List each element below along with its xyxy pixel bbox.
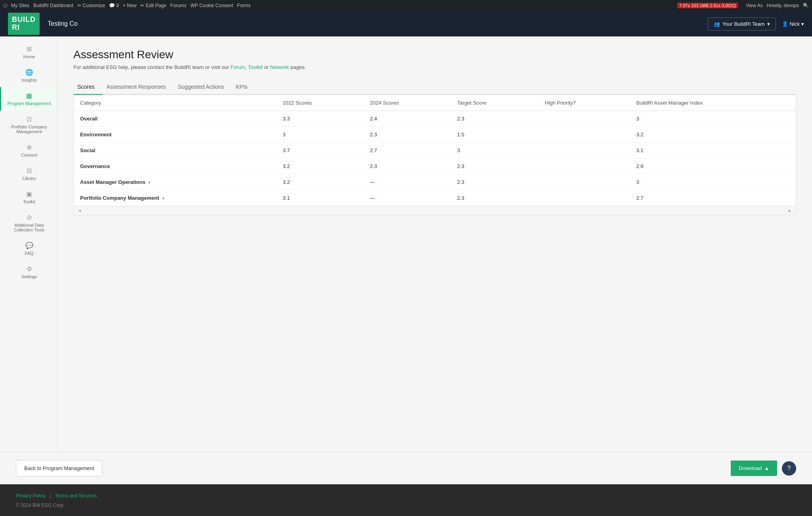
table-row: Asset Manager Operations ▾ 3.2 — 2.3 3	[74, 174, 796, 190]
main-content: Assessment Review For additional ESG hel…	[57, 36, 812, 452]
footer-links: Privacy Policy | Terms and Services	[16, 492, 796, 499]
sidebar-item-faq[interactable]: 💬 FAQ	[0, 237, 57, 260]
sidebar-item-label: Settings	[21, 274, 37, 279]
chevron-up-icon: ▲	[764, 465, 769, 471]
row-amo-priority	[538, 174, 630, 190]
tab-kpis[interactable]: KPIs	[232, 80, 256, 95]
sidebar-item-label: Connect	[21, 153, 37, 157]
terms-link[interactable]: Terms and Services	[55, 493, 97, 499]
wp-edit-page[interactable]: ✏ Edit Page	[140, 3, 166, 8]
help-icon: ?	[787, 465, 791, 472]
toolkit-link[interactable]: Toolkit	[248, 64, 263, 70]
footer-action-bar: Back to Program Management Download ▲ ?	[0, 452, 812, 484]
user-icon: 👤	[782, 21, 788, 27]
footer-right: Download ▲ ?	[731, 461, 796, 476]
row-environment-2022: 3	[276, 127, 364, 143]
row-governance-target: 2.3	[451, 159, 538, 174]
expand-icon[interactable]: ▾	[162, 196, 164, 201]
row-amo-2024: —	[364, 174, 451, 190]
wp-new[interactable]: + New	[123, 3, 136, 8]
row-overall-2024: 2.4	[364, 111, 451, 127]
chevron-down-icon: ▾	[801, 21, 804, 27]
grid-icon: ▦	[26, 92, 32, 99]
table-header-row: Category 2022 Scores 2024 Scores Target …	[74, 95, 796, 111]
sidebar-item-settings[interactable]: ⚙ Settings	[0, 260, 57, 284]
privacy-policy-link[interactable]: Privacy Policy	[16, 493, 46, 499]
page-title: Assessment Review	[73, 48, 796, 61]
row-amo-category[interactable]: Asset Manager Operations ▾	[74, 174, 276, 190]
data-icon: ⊘	[27, 214, 32, 221]
col-category: Category	[74, 95, 276, 111]
table-row: Governance 3.2 2.3 2.3 2.9	[74, 159, 796, 174]
tab-bar: Scores Assessment Responses Suggested Ac…	[73, 80, 796, 95]
download-button[interactable]: Download ▲	[731, 461, 777, 476]
wp-comments[interactable]: 💬 9	[109, 3, 119, 8]
row-amo-index: 3	[630, 174, 796, 190]
row-overall-target: 2.3	[451, 111, 538, 127]
network-link[interactable]: Network	[270, 64, 289, 70]
tab-assessment-responses[interactable]: Assessment Responses	[103, 80, 174, 95]
forum-link[interactable]: Forum	[230, 64, 245, 70]
sidebar-item-toolkit[interactable]: ▣ Toolkit	[0, 185, 57, 209]
sidebar: ⊞ Home 🌐 Insights ▦ Program Management ⊡…	[0, 36, 57, 452]
row-overall-index: 3	[630, 111, 796, 127]
site-title: Testing Co	[48, 20, 708, 27]
row-environment-target: 1.5	[451, 127, 538, 143]
table-row: Environment 3 2.3 1.5 3.2	[74, 127, 796, 143]
scores-table-container: Category 2022 Scores 2024 Scores Target …	[73, 95, 796, 216]
scroll-right: ►	[785, 208, 795, 214]
sidebar-item-library[interactable]: ⊟ Library	[0, 162, 57, 185]
user-menu[interactable]: 👤 Nick ▾	[782, 21, 804, 27]
row-overall-2022: 3.3	[276, 111, 364, 127]
team-button[interactable]: 👥 Your BuildRI Team ▾	[708, 17, 776, 31]
wp-admin-bar: ⬡ My Sites BuildRI Dashboard ✏ Customize…	[0, 0, 812, 11]
row-governance-priority	[538, 159, 630, 174]
back-button[interactable]: Back to Program Management	[16, 460, 102, 476]
row-pcm-category[interactable]: Portfolio Company Management ▾	[74, 190, 276, 206]
expand-icon[interactable]: ▾	[148, 180, 150, 185]
view-as[interactable]: View As	[746, 3, 762, 8]
wp-my-sites[interactable]: My Sites	[11, 3, 29, 8]
row-amo-2022: 3.2	[276, 174, 364, 190]
subtitle-end: pages.	[291, 64, 306, 70]
sidebar-item-program-management[interactable]: ▦ Program Management	[0, 87, 57, 111]
subtitle-text: For additional ESG help, please contact …	[73, 64, 229, 70]
header-right: 👥 Your BuildRI Team ▾ 👤 Nick ▾	[708, 17, 804, 31]
sidebar-item-label: FAQ	[25, 251, 33, 256]
sidebar-item-additional-data-collection-tools[interactable]: ⊘ Additional Data Collection Tools	[0, 209, 57, 237]
table-row: Portfolio Company Management ▾ 3.1 — 2.3…	[74, 190, 796, 206]
col-high-priority: High Priority?	[538, 95, 630, 111]
row-pcm-index: 2.7	[630, 190, 796, 206]
row-governance-index: 2.9	[630, 159, 796, 174]
sidebar-item-connect[interactable]: ⊕ Connect	[0, 139, 57, 162]
tab-suggested-actions[interactable]: Suggested Actions	[174, 80, 232, 95]
row-pcm-target: 2.3	[451, 190, 538, 206]
row-governance-2024: 2.3	[364, 159, 451, 174]
wp-performance: 7.07s 103.1MB 2.61s 3,002Q	[677, 3, 738, 8]
row-social-priority	[538, 143, 630, 159]
sidebar-item-label: Library	[23, 176, 36, 181]
sidebar-item-label: Insights	[22, 78, 37, 82]
col-2024-scores: 2024 Scores	[364, 95, 451, 111]
search-icon[interactable]: 🔍	[803, 3, 809, 8]
perf-metrics: 7.07s 103.1MB 2.61s 3,002Q	[677, 3, 738, 8]
row-pcm-2022: 3.1	[276, 190, 364, 206]
help-button[interactable]: ?	[782, 461, 796, 476]
sidebar-item-portfolio-company-management[interactable]: ⊡ Portfolio Company Management	[0, 111, 57, 139]
team-icon: 👥	[714, 21, 720, 27]
chevron-down-icon: ▾	[767, 21, 770, 27]
row-pcm-2024: —	[364, 190, 451, 206]
wp-cookie[interactable]: WP Cookie Consent	[190, 3, 233, 8]
row-governance-2022: 3.2	[276, 159, 364, 174]
tab-scores[interactable]: Scores	[73, 80, 103, 95]
logo: BUILD RI	[8, 13, 40, 35]
wp-forms[interactable]: Forms	[237, 3, 251, 8]
sidebar-item-label: Portfolio Company Management	[4, 124, 54, 134]
table-row: Social 3.7 2.7 3 3.1	[74, 143, 796, 159]
sidebar-item-insights[interactable]: 🌐 Insights	[0, 64, 57, 87]
wp-bar-right: View As Howdy, devops 🔍	[746, 3, 809, 8]
wp-dashboard[interactable]: BuildRI Dashboard	[33, 3, 73, 8]
wp-forums[interactable]: Forums	[170, 3, 187, 8]
sidebar-item-home[interactable]: ⊞ Home	[0, 40, 57, 64]
wp-customize[interactable]: ✏ Customize	[77, 3, 105, 8]
